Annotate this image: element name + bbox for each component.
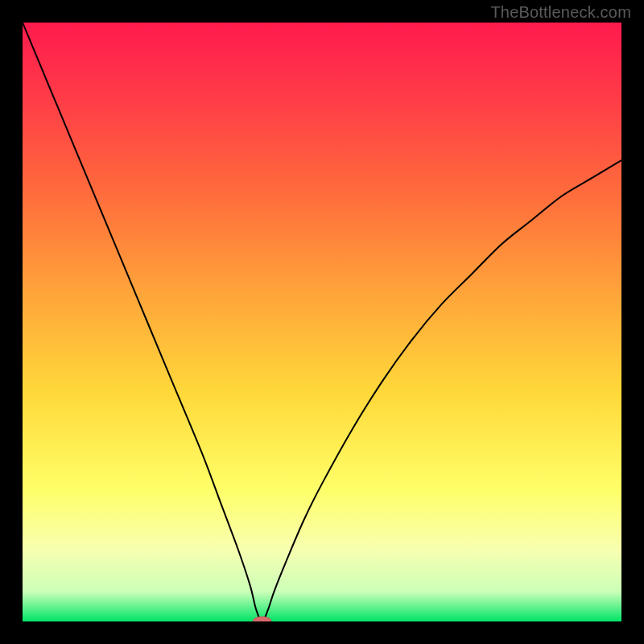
watermark-text: TheBottleneck.com <box>490 3 631 22</box>
chart-frame: TheBottleneck.com <box>0 0 644 644</box>
gradient-background <box>23 23 621 621</box>
bottleneck-chart <box>23 23 621 621</box>
